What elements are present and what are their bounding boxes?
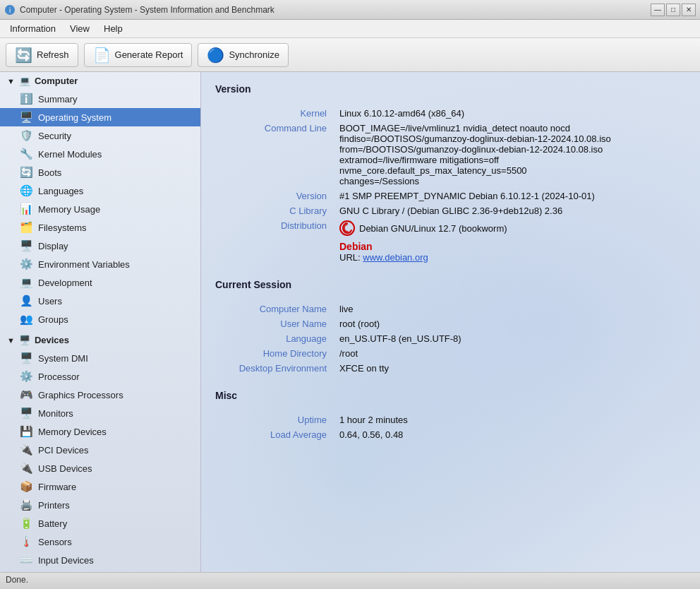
- language-value: en_US.UTF-8 (en_US.UTF-8): [335, 331, 686, 346]
- sidebar-item-battery[interactable]: 🔋 Battery: [0, 514, 200, 533]
- sidebar-label-development: Development: [38, 278, 92, 288]
- synchronize-label: Synchronize: [229, 49, 279, 60]
- processor-icon: ⚙️: [20, 370, 33, 383]
- titlebar: i Computer - Operating System - System I…: [0, 0, 700, 20]
- language-label: Language: [215, 331, 335, 346]
- sidebar-item-filesystems[interactable]: 🗂️ Filesystems: [0, 218, 200, 237]
- user-name-label: User Name: [215, 316, 335, 331]
- sidebar-item-sensors[interactable]: 🌡️ Sensors: [0, 533, 200, 551]
- sidebar-item-monitors[interactable]: 🖥️ Monitors: [0, 404, 200, 422]
- sidebar-label-sensors: Sensors: [38, 537, 72, 547]
- sidebar-section-devices[interactable]: ▼ 🖥️ Devices: [0, 331, 200, 349]
- content-panel: Version Kernel Linux 6.10.12-amd64 (x86_…: [201, 72, 700, 572]
- sidebar-devices-label: Devices: [35, 335, 69, 345]
- sidebar-item-summary[interactable]: ℹ️ Summary: [0, 90, 200, 108]
- toolbar: 🔄 Refresh 📄 Generate Report 🔵 Synchroniz…: [0, 38, 700, 72]
- sidebar-item-users[interactable]: 👤 Users: [0, 292, 200, 310]
- sidebar-item-display[interactable]: 🖥️ Display: [0, 237, 200, 255]
- sidebar-label-os: Operating System: [38, 112, 111, 123]
- sidebar: ▼ 💻 Computer ℹ️ Summary 🖥️ Operating Sys…: [0, 72, 201, 572]
- synchronize-button[interactable]: 🔵 Synchronize: [198, 43, 289, 67]
- sidebar-item-usb-devices[interactable]: 🔌 USB Devices: [0, 459, 200, 477]
- sidebar-item-groups[interactable]: 👥 Groups: [0, 310, 200, 328]
- titlebar-buttons: — □ ✕: [651, 4, 696, 16]
- sync-icon: 🔵: [207, 47, 224, 64]
- sidebar-label-filesystems: Filesystems: [38, 222, 87, 233]
- uptime-value: 1 hour 2 minutes: [335, 412, 686, 427]
- sidebar-item-firmware[interactable]: 📦 Firmware: [0, 477, 200, 496]
- menubar: Information View Help: [0, 20, 700, 38]
- sidebar-item-memory-usage[interactable]: 📊 Memory Usage: [0, 200, 200, 218]
- sidebar-computer-label: Computer: [35, 76, 78, 86]
- cmdline-label: Command Line: [215, 121, 335, 189]
- sidebar-label-usb: USB Devices: [38, 463, 92, 474]
- sidebar-item-security[interactable]: 🛡️ Security: [0, 126, 200, 145]
- generate-report-button[interactable]: 📄 Generate Report: [84, 43, 193, 67]
- close-button[interactable]: ✕: [682, 4, 696, 16]
- sidebar-item-operating-system[interactable]: 🖥️ Operating System: [0, 108, 200, 126]
- user-name-row: User Name root (root): [215, 316, 686, 331]
- devices-icon: 🖥️: [19, 335, 30, 345]
- sidebar-section-computer[interactable]: ▼ 💻 Computer: [0, 72, 200, 90]
- battery-icon: 🔋: [20, 517, 33, 530]
- sidebar-item-kernel-modules[interactable]: 🔧 Kernel Modules: [0, 145, 200, 163]
- boots-icon: 🔄: [20, 166, 33, 179]
- maximize-button[interactable]: □: [666, 4, 680, 16]
- sidebar-item-development[interactable]: 💻 Development: [0, 273, 200, 292]
- load-avg-value: 0.64, 0.56, 0.48: [335, 427, 686, 442]
- home-dir-row: Home Directory /root: [215, 346, 686, 361]
- report-icon: 📄: [93, 47, 111, 64]
- computer-name-row: Computer Name live: [215, 302, 686, 316]
- session-table: Computer Name live User Name root (root)…: [215, 302, 686, 376]
- debian-url-label: URL:: [339, 252, 361, 263]
- version-value: #1 SMP PREEMPT_DYNAMIC Debian 6.10.12-1 …: [335, 189, 686, 203]
- sensors-icon: 🌡️: [20, 535, 33, 548]
- sidebar-item-printers[interactable]: 🖨️ Printers: [0, 496, 200, 514]
- main-area: ▼ 💻 Computer ℹ️ Summary 🖥️ Operating Sys…: [0, 72, 700, 572]
- sidebar-item-processor[interactable]: ⚙️ Processor: [0, 367, 200, 386]
- sidebar-label-system-dmi: System DMI: [38, 353, 88, 364]
- system-dmi-icon: 🖥️: [20, 352, 33, 364]
- debian-name: Debian: [339, 241, 373, 252]
- refresh-icon: 🔄: [15, 47, 32, 64]
- refresh-button[interactable]: 🔄 Refresh: [6, 43, 78, 67]
- sidebar-item-environment-variables[interactable]: ⚙️ Environment Variables: [0, 255, 200, 273]
- input-icon: ⌨️: [20, 554, 33, 566]
- menu-view[interactable]: View: [63, 22, 97, 35]
- sidebar-label-memory-devices: Memory Devices: [38, 427, 107, 437]
- sidebar-item-memory-devices[interactable]: 💾 Memory Devices: [0, 422, 200, 441]
- sidebar-item-system-dmi[interactable]: 🖥️ System DMI: [0, 349, 200, 367]
- sidebar-item-graphics-processors[interactable]: 🎮 Graphics Processors: [0, 386, 200, 404]
- sidebar-item-input-devices[interactable]: ⌨️ Input Devices: [0, 551, 200, 569]
- security-icon: 🛡️: [20, 129, 33, 142]
- display-icon: 🖥️: [20, 239, 33, 252]
- menu-information[interactable]: Information: [3, 22, 63, 35]
- sidebar-label-pci: PCI Devices: [38, 445, 89, 456]
- sidebar-label-input: Input Devices: [38, 555, 94, 566]
- groups-icon: 👥: [20, 313, 33, 326]
- firmware-icon: 📦: [20, 480, 33, 493]
- computer-name-value: live: [335, 302, 686, 316]
- sidebar-item-languages[interactable]: 🌐 Languages: [0, 182, 200, 200]
- debian-url-link[interactable]: www.debian.org: [363, 252, 428, 263]
- minimize-button[interactable]: —: [651, 4, 665, 16]
- language-row: Language en_US.UTF-8 (en_US.UTF-8): [215, 331, 686, 346]
- distribution-value: Debian GNU/Linux 12.7 (bookworm) Debian …: [335, 218, 686, 265]
- status-text: Done.: [6, 575, 28, 585]
- user-name-value: root (root): [335, 316, 686, 331]
- refresh-label: Refresh: [37, 49, 69, 60]
- window-title: Computer - Operating System - System Inf…: [20, 5, 274, 15]
- clibrary-row: C Library GNU C Library / (Debian GLIBC …: [215, 203, 686, 218]
- memory-devices-icon: 💾: [20, 425, 33, 438]
- menu-help[interactable]: Help: [97, 22, 130, 35]
- desktop-env-label: Desktop Environment: [215, 361, 335, 376]
- sidebar-label-display: Display: [38, 241, 68, 251]
- sidebar-label-groups: Groups: [38, 314, 68, 325]
- misc-section-title: Misc: [215, 390, 686, 404]
- distribution-text: Debian GNU/Linux 12.7 (bookworm): [359, 223, 507, 234]
- sidebar-item-pci-devices[interactable]: 🔌 PCI Devices: [0, 441, 200, 459]
- os-icon: 🖥️: [20, 111, 33, 124]
- devices-triangle-icon: ▼: [7, 336, 15, 345]
- load-avg-label: Load Average: [215, 427, 335, 442]
- sidebar-item-boots[interactable]: 🔄 Boots: [0, 163, 200, 182]
